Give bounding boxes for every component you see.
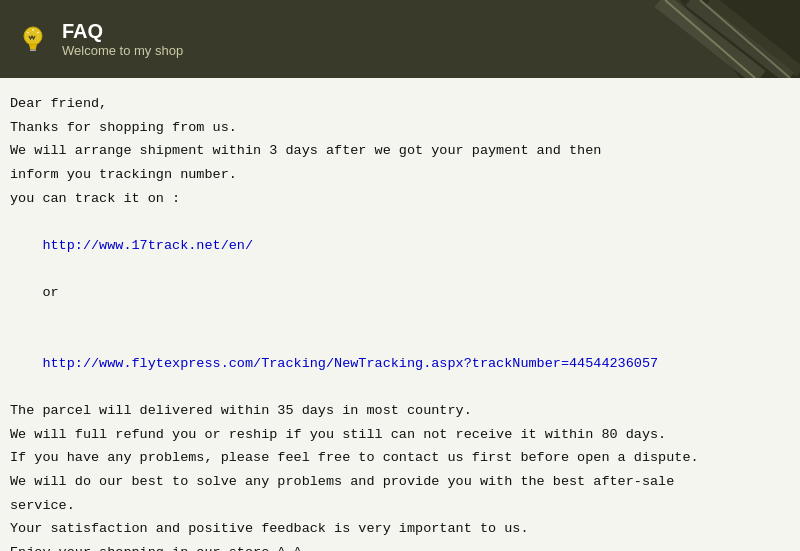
header-decoration — [600, 0, 800, 78]
header-icon-area: FAQ Welcome to my shop — [14, 19, 183, 60]
line-parcel: The parcel will delivered within 35 days… — [10, 399, 784, 423]
header: FAQ Welcome to my shop — [0, 0, 800, 78]
header-title: FAQ — [62, 19, 183, 43]
line-track-intro: you can track it on : — [10, 187, 784, 211]
svg-rect-4 — [30, 49, 36, 51]
line-best: We will do our best to solve any problem… — [10, 470, 784, 494]
line-url2: http://www.flytexpress.com/Tracking/NewT… — [10, 328, 784, 399]
line-problems: If you have any problems, please feel fr… — [10, 446, 784, 470]
bulb-icon — [14, 20, 52, 58]
line-urls: http://www.17track.net/en/ or — [10, 210, 784, 328]
line-enjoy: Enjoy your shopping in our store ^_^ — [10, 541, 784, 551]
line-shipment: We will arrange shipment within 3 days a… — [10, 139, 784, 163]
header-subtitle: Welcome to my shop — [62, 43, 183, 60]
line-satisfaction: Your satisfaction and positive feedback … — [10, 517, 784, 541]
line-refund: We will full refund you or reship if you… — [10, 423, 784, 447]
line-inform: inform you trackingn number. — [10, 163, 784, 187]
line-thanks: Thanks for shopping from us. — [10, 116, 784, 140]
url2-link[interactable]: http://www.flytexpress.com/Tracking/NewT… — [42, 356, 658, 371]
line-dear: Dear friend, — [10, 92, 784, 116]
header-text-block: FAQ Welcome to my shop — [62, 19, 183, 60]
svg-rect-3 — [30, 48, 36, 50]
svg-rect-2 — [30, 46, 37, 48]
line-service: service. — [10, 494, 784, 518]
content-area: Dear friend, Thanks for shopping from us… — [0, 78, 800, 551]
url-or: or — [42, 285, 58, 300]
url1-link[interactable]: http://www.17track.net/en/ — [42, 238, 253, 253]
